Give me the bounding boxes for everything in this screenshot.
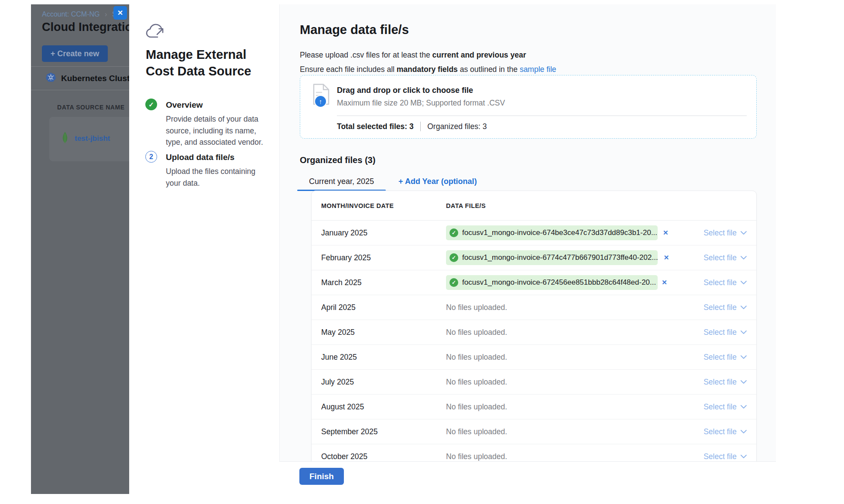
table-row: May 2025No files uploaded.Select file [312,320,756,345]
nav-kubernetes-clusters[interactable]: Kubernetes Clusters [46,72,129,84]
table-row: March 2025✓focusv1_mongo-invoice-672456e… [312,270,756,295]
table-row: August 2025No files uploaded.Select file [312,395,756,419]
chevron-down-icon [741,455,747,459]
empty-files-text: No files uploaded. [446,427,507,436]
empty-files-text: No files uploaded. [446,328,507,337]
select-file-dropdown[interactable]: Select file [681,328,747,337]
chevron-down-icon [741,281,747,285]
file-cell: No files uploaded. [446,402,681,412]
empty-files-text: No files uploaded. [446,353,507,362]
screenshot-canvas: Account: CCM-NG › Set Cloud Integration … [0,0,844,504]
mongodb-icon [62,132,69,146]
select-file-label: Select file [703,353,737,362]
divider [337,116,747,116]
page-title: Cloud Integration [42,20,129,34]
dropzone-title: Drag and drop or click to choose file [337,86,473,95]
column-header-month: MONTH/INVOICE DATE [321,202,446,209]
table-header-row: MONTH/INVOICE DATE DATA FILE/S [312,191,756,221]
file-cell: No files uploaded. [446,427,681,436]
file-cell: ✓focusv1_mongo-invoice-674be3ce47c73d37d… [446,225,681,240]
upload-arrow-icon: ↑ [314,95,327,108]
file-cell: No files uploaded. [446,328,681,337]
file-cell: ✓focusv1_mongo-invoice-6774c477b667901d7… [446,250,681,265]
data-source-card[interactable]: test-jbisht [49,117,129,161]
uploaded-file-chip: ✓focusv1_mongo-invoice-674be3ce47c73d37d… [446,225,658,240]
instruction-text: as outlined in the [458,65,520,74]
select-file-dropdown[interactable]: Select file [681,278,747,287]
file-name: focusv1_mongo-invoice-6774c477b667901d77… [462,253,658,262]
select-file-dropdown[interactable]: Select file [681,378,747,387]
chevron-down-icon [741,306,747,310]
select-file-dropdown[interactable]: Select file [681,253,747,262]
organized-files-heading: Organized files (3) [300,155,375,165]
chevron-down-icon [741,355,747,359]
wizard-panel: Manage External Cost Data Source ✓ Overv… [129,4,279,496]
file-cell: No files uploaded. [446,378,681,387]
breadcrumb-chevron-icon: › [105,10,107,18]
file-cell: No files uploaded. [446,353,681,362]
month-label: October 2025 [321,452,446,461]
month-label: September 2025 [321,427,446,436]
file-dropzone[interactable]: ↑ Drag and drop or click to choose file … [300,75,757,139]
month-label: June 2025 [321,353,446,362]
file-cell: No files uploaded. [446,303,681,312]
table-row: January 2025✓focusv1_mongo-invoice-674be… [312,221,756,245]
divider [31,66,129,67]
select-file-dropdown[interactable]: Select file [681,402,747,412]
month-table-body: January 2025✓focusv1_mongo-invoice-674be… [312,221,756,461]
select-file-dropdown[interactable]: Select file [681,452,747,461]
remove-file-icon[interactable]: ✕ [664,254,669,262]
month-label: August 2025 [321,402,446,412]
sample-file-link[interactable]: sample file [520,65,556,74]
step-complete-check-icon: ✓ [145,99,157,110]
select-file-label: Select file [703,303,737,312]
file-stats: Total selected files: 3 Organized files:… [337,122,487,131]
add-year-button[interactable]: + Add Year (optional) [398,172,477,191]
step-upload-description: Upload the files containing your data. [166,166,264,189]
panel-heading: Manage data file/s [300,23,409,37]
select-file-label: Select file [703,328,737,337]
select-file-label: Select file [703,278,737,287]
month-label: July 2025 [321,378,446,387]
select-file-label: Select file [703,253,737,262]
select-file-dropdown[interactable]: Select file [681,228,747,238]
select-file-label: Select file [703,427,737,436]
create-new-button[interactable]: + Create new [42,45,108,62]
remove-file-icon[interactable]: ✕ [662,279,667,286]
finish-button[interactable]: Finish [299,468,344,485]
file-uploaded-check-icon: ✓ [449,253,458,262]
drawer-close-button[interactable]: ✕ [113,6,127,20]
step-overview[interactable]: Overview [166,100,203,110]
select-file-label: Select file [703,452,737,461]
table-row: February 2025✓focusv1_mongo-invoice-6774… [312,245,756,270]
dropzone-subtitle: Maximum file size 20 MB; Supported forma… [337,99,505,108]
kubernetes-icon [46,72,56,84]
step-upload-data-files[interactable]: Upload data file/s [166,153,234,162]
empty-files-text: No files uploaded. [446,402,507,412]
column-header-data-source-name: DATA SOURCE NAME [57,104,125,111]
select-file-dropdown[interactable]: Select file [681,303,747,312]
instruction-bold: mandatory fields [397,65,458,74]
wizard-title: Manage External Cost Data Source [146,46,260,79]
select-file-label: Select file [703,228,737,238]
file-uploaded-check-icon: ✓ [449,228,458,237]
select-file-dropdown[interactable]: Select file [681,427,747,436]
months-table-card: MONTH/INVOICE DATE DATA FILE/S January 2… [311,191,757,461]
data-source-link[interactable]: test-jbisht [75,134,110,143]
divider [420,122,421,131]
month-label: March 2025 [321,278,446,287]
instruction-text: Please upload .csv files for at least th… [300,51,432,59]
month-label: April 2025 [321,303,446,312]
breadcrumb-account-link[interactable]: Account: CCM-NG [42,10,99,18]
instruction-text: Ensure each file includes all [300,65,397,74]
chevron-down-icon [741,256,747,260]
remove-file-icon[interactable]: ✕ [663,229,669,237]
tab-current-year[interactable]: Current year, 2025 [297,172,386,191]
table-row: July 2025No files uploaded.Select file [312,370,756,395]
divider [31,90,129,90]
chevron-down-icon [741,330,747,334]
month-label: May 2025 [321,328,446,337]
step-overview-description: Provide details of your data source, inc… [166,113,264,148]
file-name: focusv1_mongo-invoice-672456ee851bbb28c6… [462,278,656,287]
select-file-dropdown[interactable]: Select file [681,353,747,362]
